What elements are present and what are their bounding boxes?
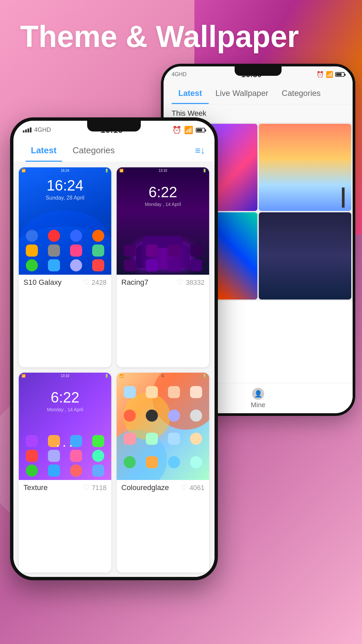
wallpaper-item-4[interactable]: [259, 212, 351, 300]
glaze-icon-8: [190, 410, 202, 422]
theme-racing-likes: ♡ 38332: [177, 278, 204, 287]
texture-dots: • • •: [19, 443, 111, 450]
texture-icon-11: [70, 465, 82, 477]
back-phone-tabs: Latest Live Wallpaper Categories: [164, 83, 353, 104]
racing-icon-3: [168, 245, 180, 257]
tab-categories-front[interactable]: Categories: [65, 139, 123, 162]
heart-icon-glaze: ♡: [181, 483, 188, 492]
racing-icon-6: [146, 259, 158, 271]
texture-date: Monday , 14 April: [19, 407, 111, 412]
texture-icon-5: [26, 450, 38, 462]
s10-icon-6: [48, 245, 60, 257]
s10-icon-11: [70, 259, 82, 271]
s10-icon-5: [26, 245, 38, 257]
theme-texture-mini-status: 📶 13:10 🔋: [19, 373, 111, 379]
theme-card-texture[interactable]: 📶 13:10 🔋 6:22 Monday , 14 April: [19, 373, 111, 573]
sort-icon[interactable]: ≡↓: [195, 145, 205, 156]
racing-icon-1: [124, 245, 136, 257]
tab-live-wallpaper[interactable]: Live Wallpaper: [209, 83, 275, 104]
tab-latest-back[interactable]: Latest: [172, 83, 209, 104]
theme-racing-mini-status: 📶 13:10 🔋: [117, 167, 209, 174]
tab-categories-back[interactable]: Categories: [275, 83, 327, 104]
back-signal-text: 4GHD: [172, 71, 186, 77]
theme-preview-racing: 📶 13:10 🔋 6:22 Monday , 14 April: [117, 167, 209, 275]
mine-label: Mine: [251, 401, 265, 409]
glaze-icon-15: [168, 456, 180, 468]
racing-icon-4: [190, 245, 202, 257]
front-phone-notch: [87, 121, 141, 131]
wifi-icon: 📶: [326, 71, 333, 78]
theme-glaze-likes-count: 4061: [190, 484, 205, 492]
back-phone-notch: [235, 66, 282, 76]
racing-icon-5: [124, 259, 136, 271]
s10-date: Sunday, 28 April: [19, 195, 111, 201]
page-title: Theme & Wallpaper: [20, 20, 299, 53]
texture-icon-12: [92, 465, 104, 477]
racing-icon-7: [168, 259, 180, 271]
phone-front: 4GHD 10:10 ⏰ 📶 Latest Categories ≡↓: [10, 117, 218, 580]
front-signal-bars: [23, 127, 32, 132]
theme-glaze-meta: Colouredglaze ♡ 4061: [117, 480, 209, 495]
theme-glaze-likes: ♡ 4061: [181, 483, 205, 492]
front-tabs-left: Latest Categories: [23, 139, 123, 162]
theme-racing-name: Racing7: [121, 278, 148, 287]
glaze-icon-3: [168, 386, 180, 398]
front-alarm-icon: ⏰: [172, 126, 181, 135]
racing-icon-2: [146, 245, 158, 257]
alarm-icon: ⏰: [316, 71, 324, 78]
theme-texture-likes-count: 7118: [92, 484, 107, 492]
glaze-icon-7: [168, 410, 180, 422]
glaze-icon-11: [168, 433, 180, 445]
front-phone-status-icons: ⏰ 📶: [172, 126, 205, 135]
theme-card-s10[interactable]: 📶 16:24 🔋 16:24 Sunday, 28 April: [19, 167, 111, 367]
wallpaper-item-2[interactable]: [259, 124, 351, 211]
theme-texture-meta: Texture ♡ 7118: [19, 480, 111, 495]
back-phone-status-icons: ⏰ 📶: [316, 71, 345, 78]
tab-latest-front[interactable]: Latest: [23, 139, 65, 162]
s10-icon-3: [70, 230, 82, 242]
s10-icon-2: [48, 230, 60, 242]
glaze-icon-6: [146, 410, 158, 422]
s10-icon-9: [26, 259, 38, 271]
texture-icon-7: [70, 450, 82, 462]
racing-time: 6:22: [117, 174, 209, 200]
s10-icon-12: [92, 259, 104, 271]
glaze-icon-2: [146, 386, 158, 398]
s10-icon-8: [92, 245, 104, 257]
mine-avatar-icon: 👤: [252, 388, 264, 400]
theme-racing-meta: Racing7 ♡ 38332: [117, 275, 209, 290]
theme-s10-name: S10 Galaxy: [23, 278, 62, 287]
front-phone-tabs: Latest Categories ≡↓: [13, 139, 215, 162]
theme-racing-likes-count: 38332: [186, 279, 204, 286]
theme-glaze-name: Colouredglaze: [121, 483, 169, 492]
s10-app-icons: [22, 230, 108, 271]
theme-s10-meta: S10 Galaxy ♡ 2428: [19, 275, 111, 290]
theme-texture-likes: ♡ 7118: [83, 483, 107, 492]
racing-icon-8: [190, 259, 202, 271]
theme-preview-s10: 📶 16:24 🔋 16:24 Sunday, 28 April: [19, 167, 111, 275]
glaze-icon-13: [124, 456, 136, 468]
texture-icon-6: [48, 450, 60, 462]
theme-s10-likes-count: 2428: [92, 279, 107, 286]
glaze-icon-16: [190, 456, 202, 468]
glaze-icon-4: [190, 386, 202, 398]
front-signal-text: 4GHD: [34, 126, 51, 133]
glaze-icon-1: [124, 386, 136, 398]
battery-icon: [335, 72, 345, 77]
theme-card-glaze[interactable]: 📶 G 🔋: [117, 373, 209, 573]
theme-preview-texture: 📶 13:10 🔋 6:22 Monday , 14 April: [19, 373, 111, 480]
texture-icon-8: [92, 450, 104, 462]
s10-icon-1: [26, 230, 38, 242]
heart-icon-s10: ♡: [83, 278, 90, 287]
theme-grid: 📶 16:24 🔋 16:24 Sunday, 28 April: [13, 162, 215, 578]
theme-card-racing[interactable]: 📶 13:10 🔋 6:22 Monday , 14 April: [117, 167, 209, 367]
glaze-icon-14: [146, 456, 158, 468]
theme-preview-glaze: 📶 G 🔋: [117, 373, 209, 480]
texture-icon-9: [26, 465, 38, 477]
theme-texture-name: Texture: [23, 483, 48, 492]
glaze-icon-5: [124, 410, 136, 422]
glaze-app-icons: [120, 386, 206, 477]
theme-s10-mini-status: 📶 16:24 🔋: [19, 167, 111, 174]
glaze-icon-12: [190, 433, 202, 445]
s10-icon-7: [70, 245, 82, 257]
